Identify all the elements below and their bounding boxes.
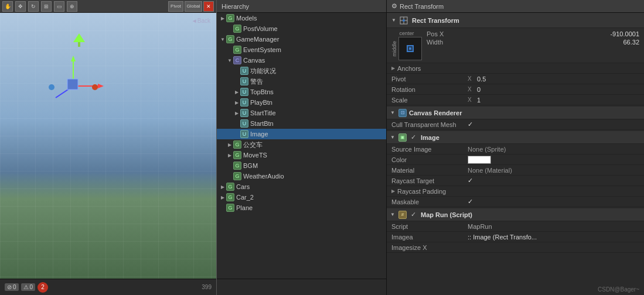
error-badge: ⊘ 0 <box>5 283 19 291</box>
rt-anchor-area: center middle <box>391 30 422 60</box>
rt-anchor-indicator <box>407 45 414 52</box>
h-item-bus[interactable]: ▶ G 公交车 <box>217 139 386 150</box>
rt-collapse-arrow: ▼ <box>391 18 397 23</box>
h-icon-cars: G <box>226 183 234 191</box>
h-arrow-cars: ▶ <box>219 184 226 190</box>
h-item-movets[interactable]: ▶ G MoveTS <box>217 150 386 160</box>
scene-global-btn[interactable]: Global <box>185 1 202 12</box>
h-label-starttitle: StartTitle <box>250 109 276 116</box>
scale-x-label: X <box>468 97 475 103</box>
mr-enabled-toggle[interactable]: ✓ <box>411 211 416 218</box>
fps-label: 399 <box>202 284 212 290</box>
material-label: Material <box>391 167 468 174</box>
h-icon-bgm: G <box>233 162 241 170</box>
h-icon-startbtn: U <box>240 119 248 128</box>
rt-anchor-box <box>398 37 422 60</box>
svg-point-6 <box>49 84 54 90</box>
pivot-row: Pivot X 0.5 <box>387 74 644 84</box>
rp-arrow: ▶ <box>391 188 395 194</box>
scene-pivot-btn[interactable]: Pivot <box>168 1 183 12</box>
h-item-canvas[interactable]: ▼ C Canvas <box>217 55 386 66</box>
h-icon-plane: G <box>226 204 234 212</box>
canvas-renderer-header[interactable]: ▼ ⊡ Canvas Renderer <box>387 107 644 119</box>
img-enabled-toggle[interactable]: ✓ <box>411 133 416 141</box>
h-arrow-starttitle: ▶ <box>233 111 240 116</box>
svg-marker-1 <box>71 56 76 61</box>
h-arrow-movets: ▶ <box>226 153 233 158</box>
h-arrow-models: ▶ <box>219 16 226 21</box>
image-component-header[interactable]: ▼ ▣ ✓ Image <box>387 131 644 144</box>
warning-icon: ⚠ <box>23 284 29 290</box>
scene-panel: ✋ ✥ ↻ ⊞ ▭ ⊕ Pivot Global ✕ ◄Back <box>0 0 217 295</box>
h-item-plane[interactable]: G Plane <box>217 203 386 213</box>
scale-values: X 1 <box>468 97 481 104</box>
scene-toolbar-rect[interactable]: ▭ <box>54 1 64 12</box>
h-item-playbtn[interactable]: ▶ U PlayBtn <box>217 97 386 108</box>
scene-toolbar-all[interactable]: ⊕ <box>67 1 77 12</box>
h-item-starttitle[interactable]: ▶ U StartTitle <box>217 108 386 118</box>
script-value: MapRun <box>468 223 492 230</box>
h-item-cars[interactable]: ▶ G Cars <box>217 181 386 192</box>
rt-preview-row: center middle Pos X <box>387 28 644 63</box>
rt-icon <box>400 16 408 25</box>
rect-transform-header[interactable]: ▼ Rect Transform <box>387 13 644 28</box>
error-icon: ⊘ <box>7 284 12 290</box>
h-item-startbtn[interactable]: U StartBtn <box>217 118 386 129</box>
maprun-header[interactable]: ▼ # ✓ Map Run (Script) <box>387 208 644 221</box>
h-arrow-playbtn: ▶ <box>233 100 240 105</box>
h-item-gamemanager[interactable]: ▼ G GameManager <box>217 34 386 44</box>
scene-toolbar-hand[interactable]: ✋ <box>2 1 13 12</box>
h-item-models[interactable]: ▶ G Models <box>217 13 386 23</box>
scene-object-indicator <box>73 33 85 51</box>
h-label-alert: 警告 <box>250 77 263 86</box>
rt-anchor-h-label: center <box>399 30 414 36</box>
h-arrow-gamemanager: ▼ <box>219 37 226 42</box>
mr-collapse-arrow: ▼ <box>390 212 396 217</box>
h-item-image[interactable]: U Image <box>217 129 386 139</box>
img-component-icon: ▣ <box>398 133 407 142</box>
h-label-topbtns: TopBtns <box>250 88 274 95</box>
h-item-postvolume[interactable]: G PostVolume <box>217 23 386 34</box>
scene-bottom-bar: ⊘ 0 ⚠ 0 2 399 <box>0 279 216 295</box>
scene-toolbar-rotate[interactable]: ↻ <box>28 1 39 12</box>
svg-point-11 <box>403 19 405 22</box>
h-icon-movets: G <box>233 151 241 159</box>
material-row: Material None (Material) <box>387 165 644 176</box>
img-component-title: Image <box>421 134 439 141</box>
h-label-playbtn: PlayBtn <box>250 99 272 106</box>
h-item-funcstatus[interactable]: U 功能状况 <box>217 66 386 76</box>
color-swatch[interactable] <box>468 156 491 164</box>
scene-toolbar-move[interactable]: ✥ <box>15 1 26 12</box>
rotation-row: Rotation X 0 <box>387 84 644 95</box>
imagea-value: :: Image (Rect Transfo... <box>468 234 537 241</box>
hierarchy-title: Hierarchy <box>222 3 249 10</box>
maskable-row: Maskable ✓ <box>387 197 644 207</box>
rt-pos-fields: Pos X -910.0001 Width 66.32 <box>427 30 639 46</box>
back-label[interactable]: ◄Back <box>192 18 210 24</box>
anchors-label: Anchors <box>397 65 473 72</box>
h-label-cars: Cars <box>236 183 250 190</box>
hierarchy-list[interactable]: ▶ G Models G PostVolume ▼ G GameManager … <box>217 13 386 279</box>
h-item-car2[interactable]: ▶ G Car_2 <box>217 192 386 203</box>
svg-rect-9 <box>78 42 80 47</box>
inspector-icon: ⚙ <box>391 2 397 10</box>
scene-close-btn[interactable]: ✕ <box>203 1 214 12</box>
anchors-row: ▶ Anchors <box>387 63 644 74</box>
source-image-value: None (Sprite) <box>468 146 506 153</box>
cull-row: Cull Transparent Mesh ✓ <box>387 119 644 130</box>
h-icon-car2: G <box>226 193 234 201</box>
cull-checkmark: ✓ <box>468 121 473 128</box>
color-row: Color <box>387 155 644 165</box>
scene-toolbar-scale[interactable]: ⊞ <box>41 1 52 12</box>
h-item-weatheraudio[interactable]: G WeatherAudio <box>217 171 386 181</box>
scene-view[interactable]: ◄Back <box>0 13 216 279</box>
h-item-alert[interactable]: U 警告 <box>217 76 386 87</box>
img-collapse-arrow: ▼ <box>390 135 396 140</box>
h-item-topbtns[interactable]: ▶ U TopBtns <box>217 87 386 97</box>
scale-row: Scale X 1 <box>387 95 644 105</box>
h-icon-topbtns: U <box>240 88 248 96</box>
h-item-eventsystem[interactable]: G EventSystem <box>217 44 386 55</box>
source-image-label: Source Image <box>391 146 468 153</box>
source-image-row: Source Image None (Sprite) <box>387 144 644 155</box>
h-item-bgm[interactable]: G BGM <box>217 160 386 171</box>
